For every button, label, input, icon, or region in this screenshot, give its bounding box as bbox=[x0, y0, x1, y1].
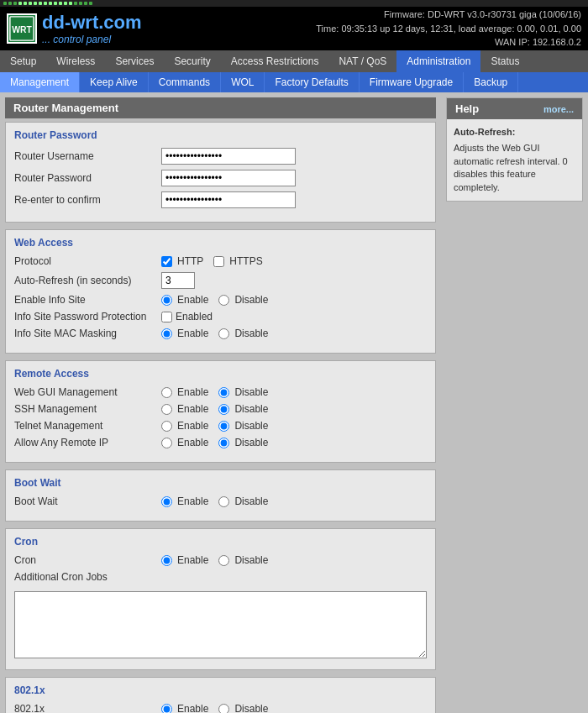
nav-security[interactable]: Security bbox=[164, 50, 220, 72]
protocol-options: HTTP HTTPS bbox=[161, 255, 427, 267]
cron-enable-radio[interactable] bbox=[161, 555, 172, 566]
boot-wait-row: Boot Wait Enable Disable bbox=[14, 495, 427, 507]
dot1x-section-label: 802.1x bbox=[14, 684, 427, 696]
subnav-wol[interactable]: WOL bbox=[221, 72, 265, 92]
nav-services[interactable]: Services bbox=[105, 50, 164, 72]
nav-bar: Setup Wireless Services Security Access … bbox=[0, 50, 588, 72]
info-password-checkbox[interactable] bbox=[161, 312, 172, 322]
webgui-enable-radio[interactable] bbox=[161, 387, 172, 398]
confirm-label: Re-enter to confirm bbox=[14, 194, 161, 206]
password-field bbox=[161, 170, 427, 186]
remoteip-disable-radio[interactable] bbox=[218, 438, 229, 448]
router-password-label: Router Password bbox=[14, 129, 427, 141]
sub-nav: Management Keep Alive Commands WOL Facto… bbox=[0, 72, 588, 92]
remoteip-enable-radio[interactable] bbox=[161, 438, 172, 448]
mac-masking-row: Info Site MAC Masking Enable Disable bbox=[14, 328, 427, 339]
telnet-disable-radio[interactable] bbox=[218, 421, 229, 432]
confirm-input[interactable] bbox=[161, 191, 296, 208]
dot bbox=[49, 2, 52, 5]
subnav-commands[interactable]: Commands bbox=[149, 72, 221, 92]
mac-disable-radio[interactable] bbox=[218, 328, 229, 339]
password-row: Router Password bbox=[14, 170, 427, 186]
auto-refresh-field bbox=[161, 272, 427, 289]
info-password-field: Enabled bbox=[161, 311, 427, 322]
dot bbox=[24, 2, 27, 5]
dot1x-row: 802.1x Enable Disable bbox=[14, 703, 427, 713]
subnav-keepalive[interactable]: Keep Alive bbox=[80, 72, 149, 92]
webgui-row: Web GUI Management Enable Disable bbox=[14, 386, 427, 398]
dot bbox=[8, 2, 12, 5]
password-input[interactable] bbox=[161, 170, 296, 186]
nav-setup[interactable]: Setup bbox=[0, 50, 46, 72]
subnav-backup[interactable]: Backup bbox=[464, 72, 518, 92]
info-disable-label: Disable bbox=[234, 294, 268, 306]
help-content: Auto-Refresh: Adjusts the Web GUI automa… bbox=[447, 119, 582, 201]
ssh-label: SSH Management bbox=[14, 403, 161, 415]
info-password-row: Info Site Password Protection Enabled bbox=[14, 311, 427, 322]
info-enable-label: Enable bbox=[177, 294, 208, 306]
dot bbox=[59, 2, 62, 5]
dot bbox=[84, 2, 87, 5]
cron-textarea[interactable] bbox=[14, 591, 427, 658]
auto-refresh-label: Auto-Refresh (in seconds) bbox=[14, 275, 161, 286]
username-row: Router Username bbox=[14, 148, 427, 165]
help-more-link[interactable]: more... bbox=[543, 104, 574, 114]
time-info: Time: 09:35:13 up 12 days, 12:31, load a… bbox=[316, 22, 581, 36]
wan-ip-info: WAN IP: 192.168.0.2 bbox=[316, 35, 581, 50]
cron-section: Cron Cron Enable Disable Additional Cron… bbox=[5, 528, 436, 670]
dot bbox=[34, 2, 37, 5]
mac-enable-label: Enable bbox=[177, 328, 208, 339]
dot1x-enable-radio[interactable] bbox=[161, 704, 172, 714]
additional-cron-label: Additional Cron Jobs bbox=[14, 571, 161, 583]
mac-enable-radio[interactable] bbox=[161, 328, 172, 339]
remote-ip-label: Allow Any Remote IP bbox=[14, 437, 161, 448]
dot bbox=[69, 2, 72, 5]
cron-options: Enable Disable bbox=[161, 554, 427, 566]
top-bar bbox=[0, 0, 588, 7]
subnav-firmware-upgrade[interactable]: Firmware Upgrade bbox=[360, 72, 464, 92]
bootwait-disable-label: Disable bbox=[234, 495, 268, 507]
subnav-management[interactable]: Management bbox=[0, 72, 80, 92]
confirm-row: Re-enter to confirm bbox=[14, 191, 427, 208]
bootwait-enable-radio[interactable] bbox=[161, 496, 172, 507]
remoteip-disable-label: Disable bbox=[234, 437, 268, 448]
dot1x-disable-radio[interactable] bbox=[218, 704, 229, 714]
firmware-info: Firmware: DD-WRT v3.0-r30731 giga (10/06… bbox=[316, 8, 581, 22]
nav-access-restrictions[interactable]: Access Restrictions bbox=[221, 50, 329, 72]
nav-wireless[interactable]: Wireless bbox=[46, 50, 105, 72]
info-password-label: Info Site Password Protection bbox=[14, 311, 161, 322]
telnet-enable-radio[interactable] bbox=[161, 421, 172, 432]
telnet-row: Telnet Management Enable Disable bbox=[14, 420, 427, 432]
mac-masking-label: Info Site MAC Masking bbox=[14, 328, 161, 339]
password-label: Router Password bbox=[14, 172, 161, 184]
protocol-row: Protocol HTTP HTTPS bbox=[14, 255, 427, 267]
info-disable-radio[interactable] bbox=[218, 295, 229, 306]
ssh-enable-radio[interactable] bbox=[161, 404, 172, 415]
info-enable-radio[interactable] bbox=[161, 295, 172, 306]
remote-ip-options: Enable Disable bbox=[161, 437, 427, 448]
nav-nat-qos[interactable]: NAT / QoS bbox=[328, 50, 396, 72]
https-checkbox[interactable] bbox=[213, 256, 224, 267]
cron-label: Cron bbox=[14, 554, 161, 566]
svg-text:WRT: WRT bbox=[12, 25, 32, 34]
cron-disable-radio[interactable] bbox=[218, 555, 229, 566]
username-input[interactable] bbox=[161, 148, 296, 165]
subnav-factory-defaults[interactable]: Factory Defaults bbox=[265, 72, 359, 92]
telnet-enable-label: Enable bbox=[177, 420, 208, 432]
enable-info-row: Enable Info Site Enable Disable bbox=[14, 294, 427, 306]
auto-refresh-input[interactable] bbox=[161, 272, 195, 289]
ssh-disable-radio[interactable] bbox=[218, 404, 229, 415]
ssh-options: Enable Disable bbox=[161, 403, 427, 415]
http-checkbox[interactable] bbox=[161, 256, 172, 267]
protocol-label: Protocol bbox=[14, 255, 161, 267]
bootwait-enable-label: Enable bbox=[177, 495, 208, 507]
logo-area: WRT dd-wrt.com ... control panel bbox=[7, 12, 142, 45]
nav-administration[interactable]: Administration bbox=[396, 50, 480, 72]
bootwait-disable-radio[interactable] bbox=[218, 496, 229, 507]
webgui-disable-radio[interactable] bbox=[218, 387, 229, 398]
telnet-options: Enable Disable bbox=[161, 420, 427, 432]
help-title-bar: Help more... bbox=[447, 98, 582, 119]
dot bbox=[39, 2, 42, 5]
dot1x-enable-label: Enable bbox=[177, 703, 208, 713]
nav-status[interactable]: Status bbox=[480, 50, 529, 72]
